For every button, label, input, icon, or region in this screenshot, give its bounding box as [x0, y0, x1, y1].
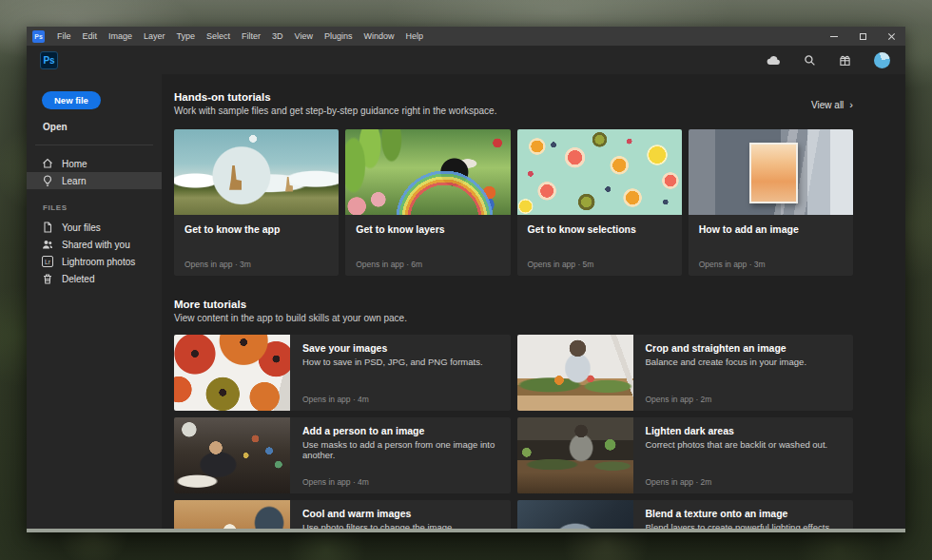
sidebar-item-label: Your files	[62, 222, 101, 233]
tutorial-thumbnail-artist-desk	[174, 417, 290, 493]
tutorial-thumbnail-warm-table	[174, 500, 290, 529]
new-file-button[interactable]: New file	[42, 91, 101, 109]
card-title: Get to know selections	[528, 223, 671, 235]
lightroom-icon: Lr	[42, 256, 53, 267]
sidebar-item-home[interactable]: Home	[27, 155, 162, 172]
menu-view[interactable]: View	[289, 27, 319, 46]
hands-on-card-row: Get to know the app Opens in app · 3m Ge…	[174, 129, 853, 276]
open-button[interactable]: Open	[43, 122, 162, 132]
tutorial-card-get-to-know-the-app[interactable]: Get to know the app Opens in app · 3m	[174, 129, 339, 276]
card-description: Blend layers to create powerful lighting…	[646, 522, 843, 529]
window-body: New file Open Home Learn FILES Your file…	[27, 74, 905, 529]
tutorial-card-blend-a-texture[interactable]: Blend a texture onto an image Blend laye…	[517, 500, 854, 529]
tutorial-thumbnail-paper-fans	[174, 335, 290, 411]
view-all-link[interactable]: View all›	[811, 99, 853, 110]
sidebar-item-shared-with-you[interactable]: Shared with you	[27, 236, 162, 253]
desktop-background: { "colors": { "accent_blue": "#1473e6", …	[0, 0, 932, 560]
account-avatar[interactable]	[874, 52, 890, 68]
close-button[interactable]	[877, 27, 905, 46]
card-meta: Opens in app · 6m	[356, 260, 499, 269]
search-icon[interactable]	[804, 54, 816, 67]
ps-taskbar-icon: Ps	[32, 30, 45, 43]
more-tutorials-title: More tutorials	[174, 299, 853, 310]
card-title: Add a person to an image	[302, 425, 499, 436]
card-title: Get to know layers	[356, 223, 499, 235]
trash-icon	[42, 273, 53, 284]
maximize-icon	[860, 33, 866, 40]
menu-filter[interactable]: Filter	[236, 27, 266, 46]
lightbulb-icon	[42, 175, 53, 186]
card-meta: Opens in app · 2m	[646, 477, 843, 487]
tutorial-card-crop-and-straighten[interactable]: Crop and straighten an image Balance and…	[517, 335, 854, 411]
menu-plugins[interactable]: Plugins	[319, 27, 359, 46]
app-header: Ps	[27, 46, 905, 74]
tutorial-thumbnail-fruit	[517, 129, 682, 215]
card-title: How to add an image	[699, 223, 843, 235]
card-meta: Opens in app · 5m	[528, 260, 671, 269]
menu-layer[interactable]: Layer	[138, 27, 171, 46]
card-title: Get to know the app	[184, 223, 328, 235]
tutorial-thumbnail-framed-art	[689, 129, 853, 215]
gift-whats-new-icon[interactable]	[839, 54, 851, 67]
maximize-button[interactable]	[848, 27, 877, 46]
tutorial-card-get-to-know-layers[interactable]: Get to know layers Opens in app · 6m	[345, 129, 510, 276]
sidebar: New file Open Home Learn FILES Your file…	[27, 74, 162, 529]
more-tutorials-grid: Save your images How to save in PSD, JPG…	[174, 335, 853, 529]
more-tutorials-subtitle: View content in the app to build skills …	[174, 313, 853, 323]
sidebar-item-deleted[interactable]: Deleted	[27, 270, 162, 287]
cloud-sync-icon[interactable]	[767, 54, 781, 66]
tutorial-card-get-to-know-selections[interactable]: Get to know selections Opens in app · 5m	[517, 129, 682, 276]
document-icon	[42, 222, 53, 233]
card-meta: Opens in app · 4m	[302, 477, 499, 487]
window-titlebar: Ps File Edit Image Layer Type Select Fil…	[27, 27, 905, 46]
tutorial-card-lighten-dark-areas[interactable]: Lighten dark areas Correct photos that a…	[517, 417, 854, 493]
card-description: Use photo filters to change the image te…	[302, 522, 499, 529]
menu-window[interactable]: Window	[359, 27, 400, 46]
card-meta: Opens in app · 4m	[302, 395, 499, 404]
card-title: Save your images	[302, 342, 499, 354]
sidebar-item-label: Home	[62, 159, 87, 169]
sidebar-item-label: Lightroom photos	[62, 257, 135, 267]
tutorial-card-save-your-images[interactable]: Save your images How to save in PSD, JPG…	[174, 335, 511, 411]
card-description: Use masks to add a person from one image…	[302, 439, 499, 460]
card-description: How to save in PSD, JPG, and PNG formats…	[302, 357, 499, 367]
sidebar-item-lightroom-photos[interactable]: Lr Lightroom photos	[27, 253, 162, 270]
menu-image[interactable]: Image	[103, 27, 138, 46]
tutorial-card-cool-and-warm-images[interactable]: Cool and warm images Use photo filters t…	[174, 500, 511, 529]
menu-help[interactable]: Help	[400, 27, 430, 46]
sidebar-item-label: Shared with you	[62, 240, 130, 250]
tutorial-thumbnail-giraffes	[174, 129, 339, 215]
card-description: Balance and create focus in your image.	[646, 357, 843, 367]
home-icon	[42, 158, 53, 169]
photoshop-logo: Ps	[40, 51, 58, 69]
card-meta: Opens in app · 2m	[646, 395, 843, 404]
tutorial-card-how-to-add-an-image[interactable]: How to add an image Opens in app · 3m	[689, 129, 853, 276]
files-section-label: FILES	[43, 203, 162, 212]
hands-on-section-header: Hands-on tutorials Work with sample file…	[174, 91, 853, 116]
menu-edit[interactable]: Edit	[77, 27, 104, 46]
more-tutorials-section: More tutorials View content in the app t…	[174, 299, 853, 529]
menubar: File Edit Image Layer Type Select Filter…	[51, 27, 429, 46]
close-icon	[887, 32, 896, 41]
card-title: Blend a texture onto an image	[646, 508, 843, 519]
hands-on-title: Hands-on tutorials	[174, 91, 811, 103]
sidebar-divider	[35, 145, 153, 145]
photoshop-window: Ps File Edit Image Layer Type Select Fil…	[27, 27, 905, 532]
menu-file[interactable]: File	[51, 27, 77, 46]
card-title: Cool and warm images	[302, 508, 499, 519]
chevron-right-icon: ›	[849, 99, 853, 110]
card-description: Correct photos that are backlit or washe…	[646, 439, 843, 450]
menu-3d[interactable]: 3D	[266, 27, 289, 46]
sidebar-item-learn[interactable]: Learn	[27, 172, 162, 189]
tutorial-card-add-a-person[interactable]: Add a person to an image Use masks to ad…	[174, 417, 511, 493]
sidebar-item-label: Learn	[62, 176, 87, 186]
minimize-icon	[830, 36, 838, 37]
minimize-button[interactable]	[820, 27, 848, 46]
sidebar-item-your-files[interactable]: Your files	[27, 219, 162, 236]
card-title: Crop and straighten an image	[646, 342, 843, 354]
tutorial-thumbnail-dark-florist	[517, 417, 633, 493]
app-header-icons	[767, 52, 890, 68]
menu-type[interactable]: Type	[171, 27, 202, 46]
menu-select[interactable]: Select	[201, 27, 236, 46]
tutorial-thumbnail-florist	[517, 335, 633, 411]
